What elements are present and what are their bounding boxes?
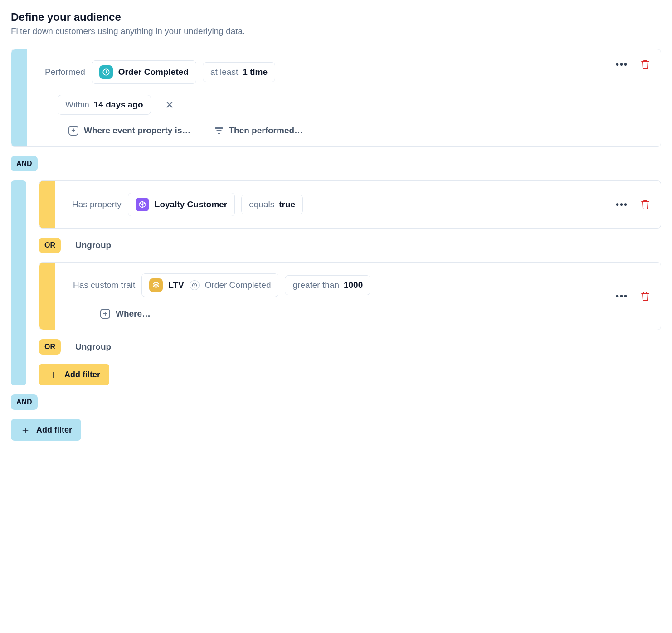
block-stripe bbox=[39, 263, 55, 330]
clock-icon bbox=[99, 65, 113, 79]
count-prefix: at least bbox=[210, 67, 238, 77]
more-icon[interactable]: ••• bbox=[616, 200, 628, 209]
event-name: Order Completed bbox=[118, 67, 189, 77]
then-performed-button[interactable]: Then performed… bbox=[215, 126, 303, 136]
property-pill[interactable]: Loyalty Customer bbox=[128, 193, 235, 216]
op-value: true bbox=[279, 200, 295, 209]
within-prefix: Within bbox=[65, 100, 89, 110]
where-event-property-label: Where event property is… bbox=[84, 126, 190, 136]
then-performed-label: Then performed… bbox=[229, 126, 303, 136]
plus-box-icon: + bbox=[100, 309, 110, 319]
ungroup-button[interactable]: Ungroup bbox=[75, 342, 111, 352]
ungroup-button[interactable]: Ungroup bbox=[75, 240, 111, 250]
where-trait-button[interactable]: + Where… bbox=[100, 309, 151, 319]
plus-box-icon: + bbox=[68, 126, 78, 136]
and-badge: AND bbox=[11, 156, 38, 171]
op-prefix: equals bbox=[249, 200, 274, 209]
condition-block-property: ••• Has property Loyalty Customer equal bbox=[39, 180, 661, 229]
condition-block-trait: ••• Has custom trait LTV bbox=[39, 262, 661, 330]
has-property-label: Has property bbox=[72, 200, 122, 209]
clock-small-icon bbox=[190, 280, 200, 290]
event-pill[interactable]: Order Completed bbox=[92, 60, 196, 84]
or-badge: OR bbox=[39, 339, 61, 355]
cube-icon bbox=[136, 198, 149, 211]
plus-icon: ＋ bbox=[20, 424, 31, 435]
greater-than-pill[interactable]: greater than 1000 bbox=[285, 275, 370, 295]
has-trait-label: Has custom trait bbox=[73, 280, 135, 290]
and-badge: AND bbox=[11, 394, 38, 410]
more-icon[interactable]: ••• bbox=[616, 60, 628, 69]
trash-icon[interactable] bbox=[641, 200, 650, 209]
group-stripe bbox=[11, 180, 26, 385]
trait-name: LTV bbox=[168, 280, 184, 290]
add-filter-and-button[interactable]: ＋ Add filter bbox=[11, 419, 81, 441]
trash-icon[interactable] bbox=[641, 59, 650, 69]
trash-icon[interactable] bbox=[641, 291, 650, 301]
filter-icon bbox=[215, 127, 223, 134]
op-prefix: greater than bbox=[292, 280, 339, 290]
page-subtitle: Filter down customers using anything in … bbox=[11, 26, 661, 36]
where-trait-label: Where… bbox=[116, 309, 151, 319]
close-icon[interactable] bbox=[165, 100, 175, 110]
equals-pill[interactable]: equals true bbox=[241, 195, 303, 214]
count-pill[interactable]: at least 1 time bbox=[203, 62, 275, 82]
page-title: Define your audience bbox=[11, 11, 661, 24]
count-value: 1 time bbox=[243, 67, 268, 77]
within-value: 14 days ago bbox=[94, 100, 143, 110]
trait-pill[interactable]: LTV Order Completed bbox=[141, 273, 278, 297]
add-filter-or-button[interactable]: ＋ Add filter bbox=[39, 364, 109, 385]
or-badge: OR bbox=[39, 238, 61, 253]
layers-icon bbox=[149, 278, 163, 292]
property-name: Loyalty Customer bbox=[155, 200, 227, 209]
add-filter-label: Add filter bbox=[36, 425, 72, 435]
more-icon[interactable]: ••• bbox=[616, 292, 628, 301]
plus-icon: ＋ bbox=[48, 369, 59, 380]
add-filter-label: Add filter bbox=[64, 370, 100, 380]
block-stripe bbox=[39, 181, 55, 228]
condition-block-performed: ••• Performed Order Completed at least 1… bbox=[11, 49, 661, 147]
trait-event: Order Completed bbox=[205, 280, 271, 290]
block-stripe bbox=[11, 49, 27, 146]
where-event-property-button[interactable]: + Where event property is… bbox=[68, 126, 190, 136]
within-pill[interactable]: Within 14 days ago bbox=[58, 95, 151, 115]
performed-label: Performed bbox=[45, 67, 85, 77]
op-value: 1000 bbox=[344, 280, 363, 290]
